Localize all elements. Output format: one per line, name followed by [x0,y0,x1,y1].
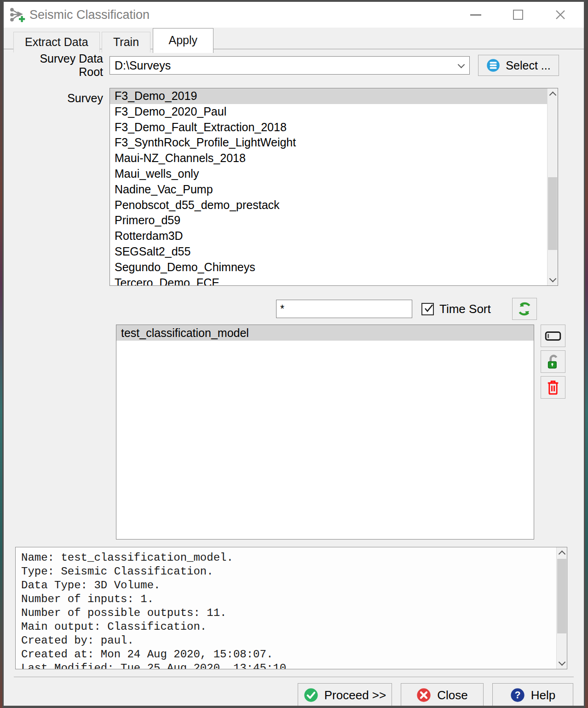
help-button[interactable]: ? Help [492,683,573,706]
select-survey-root-button[interactable]: Select ... [478,55,559,76]
minimize-icon [470,14,481,16]
survey-list-item[interactable]: Maui-NZ_Channels_2018 [110,151,547,166]
survey-list-item[interactable]: Penobscot_d55_demo_prestack [110,197,547,213]
unlock-icon [546,354,560,370]
x-circle-icon [416,688,431,702]
maximize-icon [513,10,523,20]
scroll-down-icon[interactable] [548,274,558,285]
survey-list-item[interactable]: SEGSalt2_d55 [110,244,547,260]
rename-icon [545,331,561,341]
details-line: Number of possible outputs: 11. [21,606,553,620]
proceed-button-label: Proceed >> [324,688,386,702]
tab-apply[interactable]: Apply [153,28,214,53]
details-line: Created by: paul. [21,634,553,648]
close-button[interactable]: Close [401,683,484,706]
details-line: Name: test_classification_model. [21,551,553,565]
survey-listbox[interactable]: F3_Demo_2019F3_Demo_2020_PaulF3_Demo_Fau… [110,88,558,286]
model-listbox[interactable]: test_classification_model [116,325,534,540]
scroll-up-icon[interactable] [557,547,567,558]
check-circle-icon [304,688,318,702]
window-title: Seismic Classification [29,8,469,22]
seismic-classification-window: Seismic Classification Extract Data Trai… [2,0,585,708]
survey-list-scrollbar[interactable] [547,88,558,285]
model-filter-input[interactable] [276,300,412,318]
scroll-down-icon[interactable] [557,658,567,669]
survey-data-root-combobox[interactable]: D:\Surveys [110,56,470,75]
minimize-button[interactable] [469,8,483,22]
trash-icon [546,380,560,395]
details-scrollbar[interactable] [556,547,567,669]
chevron-down-icon [458,61,465,69]
time-sort-checkbox[interactable] [421,303,434,315]
survey-list-item[interactable]: Nadine_Vac_Pump [110,182,547,197]
survey-list-item[interactable]: F3_Demo_2019 [110,88,547,104]
survey-list-item[interactable]: F3_Demo_Fault_Extraction_2018 [110,120,547,135]
lock-model-button[interactable] [541,350,565,373]
details-line: Created at: Mon 24 Aug 2020, 15:08:07. [21,648,553,662]
survey-label: Survey [14,88,110,105]
close-window-button[interactable] [553,8,567,22]
svg-text:?: ? [514,690,520,701]
time-sort-label: Time Sort [439,302,491,316]
database-icon [486,58,500,72]
survey-data-root-value: D:\Surveys [115,59,171,72]
details-line: Last Modified: Tue 25 Aug 2020, 13:45:10 [21,662,553,669]
survey-scroll-thumb[interactable] [548,177,557,250]
tab-strip: Extract Data Train Apply [4,28,584,49]
model-details-text: Name: test_classification_model.Type: Se… [16,547,567,669]
survey-list-item[interactable]: Tercero_Demo_FCE [110,275,547,286]
details-line: Main output: Classification. [21,620,553,634]
survey-list-item[interactable]: Maui_wells_only [110,166,547,182]
select-button-label: Select ... [506,59,550,72]
details-line: Type: Seismic Classification. [21,565,553,579]
checkmark-icon [423,303,434,314]
bottom-separator [14,677,574,677]
model-list-item[interactable]: test_classification_model [116,325,534,341]
time-sort-toggle[interactable]: Time Sort [421,302,491,316]
scroll-up-icon[interactable] [548,88,558,99]
details-line: Number of inputs: 1. [21,592,553,606]
rename-model-button[interactable] [541,325,565,347]
title-bar: Seismic Classification [4,2,584,28]
survey-list-item[interactable]: Primero_d59 [110,213,547,228]
details-scroll-thumb[interactable] [557,559,566,633]
close-button-label: Close [437,688,467,702]
refresh-button[interactable] [512,298,537,320]
survey-list-item[interactable]: Segundo_Demo_Chimneys [110,260,547,275]
model-details-panel: Name: test_classification_model.Type: Se… [15,547,567,669]
delete-model-button[interactable] [541,376,565,399]
details-line: Data Type: 3D Volume. [21,579,553,592]
proceed-button[interactable]: Proceed >> [298,683,392,706]
survey-data-root-label: Survey Data Root [14,52,110,79]
refresh-icon [517,301,532,317]
maximize-button[interactable] [511,8,525,22]
survey-list-item[interactable]: F3_Demo_2020_Paul [110,104,547,120]
question-circle-icon: ? [510,688,525,702]
survey-list-item[interactable]: Rotterdam3D [110,228,547,244]
close-icon [554,9,566,21]
app-icon [9,6,26,23]
survey-list-item[interactable]: F3_SynthRock_Profile_LightWeight [110,135,547,151]
help-button-label: Help [531,688,555,702]
